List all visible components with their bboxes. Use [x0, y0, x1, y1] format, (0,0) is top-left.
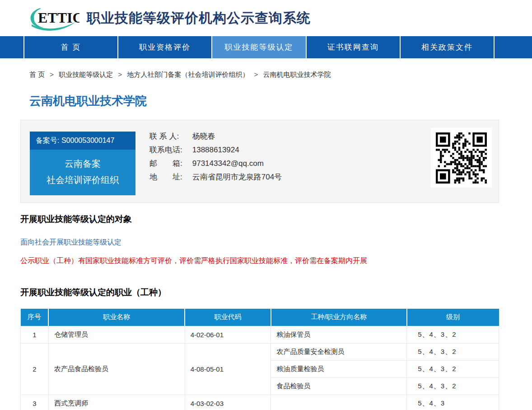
breadcrumb-skill-level[interactable]: 职业技能等级认定: [59, 71, 113, 78]
contact-person-label: 联 系 人:: [149, 130, 187, 143]
cell-direction: 粮油质量检验员: [271, 360, 407, 377]
record-number-label: 备案号:: [36, 137, 59, 144]
nav-item-certificate-query[interactable]: 证书联网查询: [306, 36, 400, 58]
breadcrumb-separator: >: [254, 71, 258, 78]
qr-code: [431, 128, 492, 188]
breadcrumb-separator: >: [118, 71, 122, 78]
occupations-table: 序号 职业名称 职业代码 工种/职业方向名称 级别 1 仓储管理员 4-02-0…: [20, 309, 499, 410]
contact-email-label: 邮 箱:: [149, 157, 187, 170]
col-header-level: 级别: [407, 309, 499, 326]
contact-phone-label: 联系电话:: [149, 143, 187, 157]
cell-seq: 2: [21, 343, 49, 395]
cell-level: 5、4、3、2: [407, 360, 499, 377]
nav-item-policy-documents[interactable]: 相关政策文件: [400, 36, 495, 58]
main-nav: 首 页 职业资格评价 职业技能等级认定 证书联网查询 相关政策文件: [0, 36, 532, 58]
record-org-type: 社会培训评价组织: [30, 172, 135, 188]
cell-level: 5、4、3、2: [407, 377, 499, 395]
nav-item-skill-level-certification[interactable]: 职业技能等级认定: [211, 36, 305, 58]
nav-item-occupational-qualification[interactable]: 职业资格评价: [117, 36, 211, 58]
record-badge-type: 云南备案 社会培训评价组织: [30, 150, 135, 195]
cell-level: 5、4、3、2: [407, 326, 499, 343]
breadcrumb-current-org: 云南机电职业技术学院: [263, 71, 331, 78]
section-title-occupations: 开展职业技能等级认定的职业（工种）: [20, 287, 499, 298]
record-badge: 备案号: S000053000147 云南备案 社会培训评价组织: [30, 132, 135, 195]
section-title-target: 开展职业技能等级认定的对象: [20, 213, 499, 225]
cell-level: 5、4、3、2: [407, 343, 499, 360]
contact-address-value: 云南省昆明市龙泉路704号: [192, 173, 282, 181]
cell-occupation-name: 农产品食品检验员: [48, 343, 185, 395]
record-number-value: S000053000147: [61, 137, 114, 144]
cell-seq: 1: [21, 326, 49, 343]
org-info-card: 备案号: S000053000147 云南备案 社会培训评价组织 联 系 人: …: [20, 120, 499, 203]
cell-occupation-name: 西式烹调师: [48, 395, 185, 410]
cell-direction: 食品检验员: [271, 377, 407, 395]
table-header-row: 序号 职业名称 职业代码 工种/职业方向名称 级别: [21, 309, 499, 326]
site-header: ETTIC 职业技能等级评价机构公示查询系统: [0, 0, 532, 36]
contact-email-value: 973143342@qq.com: [192, 159, 264, 168]
contact-address-row: 地 址: 云南省昆明市龙泉路704号: [149, 170, 282, 184]
cell-occupation-code: 4-03-02-03: [185, 395, 271, 410]
page-title: 云南机电职业技术学院: [29, 93, 499, 109]
col-header-seq: 序号: [21, 309, 49, 326]
cell-occupation-code: 4-02-06-01: [185, 326, 271, 343]
ettic-logo-icon: ETTIC: [26, 5, 79, 31]
target-scope-link[interactable]: 面向社会开展职业技能等级认定: [20, 238, 499, 247]
table-row: 1 仓储管理员 4-02-06-01 粮油保管员 5、4、3、2: [21, 326, 499, 343]
table-row: 3 西式烹调师 4-03-02-03 5、4、3: [21, 395, 499, 410]
table-row: 2 农产品食品检验员 4-08-05-01 农产品质量安全检测员 5、4、3、2: [21, 343, 499, 360]
col-header-occupation-name: 职业名称: [48, 309, 185, 326]
svg-text:ETTIC: ETTIC: [38, 9, 79, 26]
site-title: 职业技能等级评价机构公示查询系统: [87, 9, 311, 28]
contact-info: 联 系 人: 杨晓春 联系电话: 13888613924 邮 箱: 973143…: [149, 130, 282, 184]
breadcrumb-home[interactable]: 首 页: [29, 71, 45, 78]
cell-direction: 农产品质量安全检测员: [271, 343, 407, 360]
breadcrumb-local-record[interactable]: 地方人社部门备案（社会培训评价组织）: [127, 71, 249, 78]
notice-text: 公示职业（工种）有国家职业技能标准方可评价，评价需严格执行国家职业技能标准，评价…: [20, 256, 499, 266]
contact-person-value: 杨晓春: [192, 132, 215, 141]
contact-phone-value: 13888613924: [192, 146, 239, 154]
contact-phone-row: 联系电话: 13888613924: [149, 143, 282, 157]
cell-direction: 粮油保管员: [271, 326, 407, 343]
col-header-direction-name: 工种/职业方向名称: [271, 309, 407, 326]
contact-email-row: 邮 箱: 973143342@qq.com: [149, 157, 282, 170]
breadcrumb: 首 页 > 职业技能等级认定 > 地方人社部门备案（社会培训评价组织） > 云南…: [29, 71, 499, 79]
cell-direction: [271, 395, 407, 410]
record-number: 备案号: S000053000147: [30, 132, 135, 150]
cell-level: 5、4、3: [407, 395, 499, 410]
record-region: 云南备案: [30, 156, 135, 172]
cell-seq: 3: [21, 395, 49, 410]
cell-occupation-name: 仓储管理员: [48, 326, 185, 343]
cell-occupation-code: 4-08-05-01: [185, 343, 271, 395]
main-content: 首 页 > 职业技能等级认定 > 地方人社部门备案（社会培训评价组织） > 云南…: [20, 71, 499, 410]
nav-item-home[interactable]: 首 页: [23, 36, 117, 58]
contact-person-row: 联 系 人: 杨晓春: [149, 130, 282, 143]
ettic-logo[interactable]: ETTIC: [26, 5, 79, 31]
qr-code-icon: [436, 132, 487, 184]
breadcrumb-separator: >: [50, 71, 54, 78]
nav-inner: 首 页 职业资格评价 职业技能等级认定 证书联网查询 相关政策文件: [23, 36, 495, 58]
contact-address-label: 地 址:: [149, 170, 187, 184]
col-header-occupation-code: 职业代码: [185, 309, 271, 326]
